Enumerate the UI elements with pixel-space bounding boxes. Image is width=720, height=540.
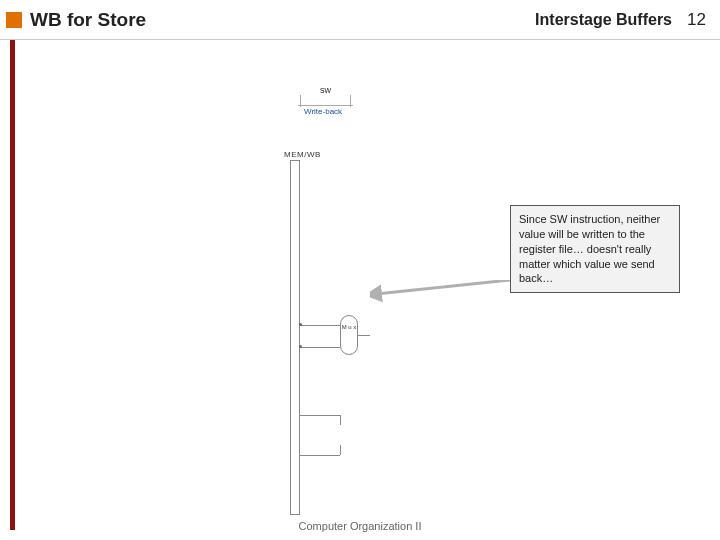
page-number: 12: [687, 10, 706, 30]
mux-block: M u x: [340, 315, 358, 355]
wire: [300, 347, 340, 348]
buffer-label: MEM/WB: [284, 150, 321, 159]
annotation-box: Since SW instruction, neither value will…: [510, 205, 680, 293]
pipeline-diagram: sw Write-back MEM/WB M u x: [250, 85, 430, 505]
annotation-text: Since SW instruction, neither value will…: [519, 213, 660, 284]
wire: [340, 445, 341, 455]
slide-body: sw Write-back MEM/WB M u x Since SW inst…: [0, 40, 720, 500]
slide-title: WB for Store: [30, 9, 146, 31]
phase-bar: [298, 105, 353, 106]
header-right-label: Interstage Buffers: [535, 11, 672, 29]
stage-label: sw: [320, 85, 331, 95]
wire: [340, 415, 341, 425]
slide-footer: Computer Organization II: [0, 520, 720, 532]
phase-label: Write-back: [304, 107, 342, 116]
interstage-buffer: [290, 160, 300, 515]
wire: [300, 325, 340, 326]
header-bullet-icon: [6, 12, 22, 28]
wire-node: [299, 323, 302, 326]
wire-node: [299, 345, 302, 348]
wire: [300, 415, 340, 416]
slide-header: WB for Store Interstage Buffers 12: [0, 0, 720, 40]
wire: [300, 455, 340, 456]
wire: [358, 335, 370, 336]
